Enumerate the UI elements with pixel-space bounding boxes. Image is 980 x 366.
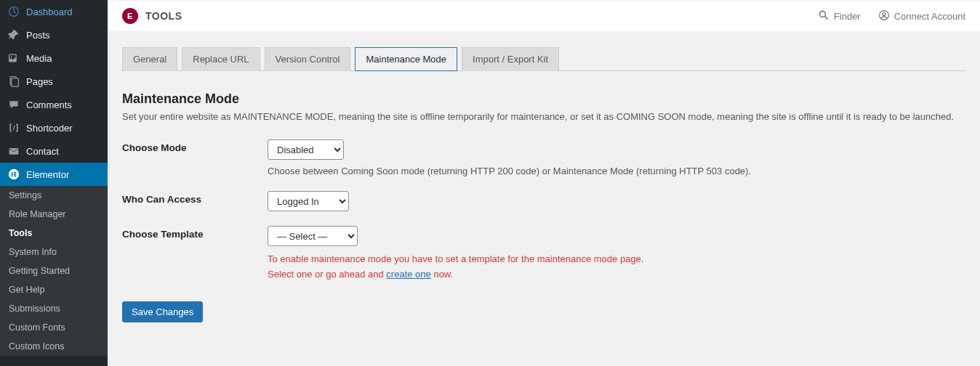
- tab-version-control[interactable]: Version Control: [265, 47, 351, 71]
- menu-posts[interactable]: Posts: [0, 23, 108, 46]
- content-area: General Replace URL Version Control Main…: [108, 32, 980, 337]
- submenu-custom-icons[interactable]: Custom Icons: [0, 337, 108, 356]
- search-icon: [818, 9, 830, 23]
- create-one-link[interactable]: create one: [386, 269, 430, 280]
- svg-rect-10: [14, 176, 16, 177]
- template-warning-line2: Select one or go ahead and create one no…: [268, 267, 965, 282]
- submenu-submissions[interactable]: Submissions: [0, 299, 108, 318]
- row-choose-mode: Choose Mode Disabled Choose between Comi…: [122, 129, 965, 181]
- select-access[interactable]: Logged In: [268, 191, 349, 211]
- topbar-title: E TOOLS: [122, 8, 182, 24]
- svg-point-2: [11, 56, 12, 57]
- menu-contact[interactable]: Contact: [0, 139, 108, 163]
- menu-label: Contact: [26, 146, 59, 157]
- label-choose-mode: Choose Mode: [122, 139, 268, 176]
- submenu-role-manager[interactable]: Role Manager: [0, 205, 108, 224]
- menu-dashboard[interactable]: Dashboard: [0, 0, 108, 23]
- comment-icon: [7, 98, 20, 111]
- shortcode-icon: [7, 121, 20, 134]
- submenu-custom-fonts[interactable]: Custom Fonts: [0, 318, 108, 337]
- connect-label: Connect Account: [894, 11, 965, 22]
- svg-point-11: [819, 11, 825, 17]
- main-content: E TOOLS Finder Connect Account General R…: [108, 0, 980, 366]
- submenu: Settings Role Manager Tools System Info …: [0, 186, 108, 356]
- row-who-access: Who Can Access Logged In: [122, 181, 965, 216]
- menu-label: Pages: [26, 76, 53, 87]
- media-icon: [7, 52, 20, 65]
- page-title: TOOLS: [145, 10, 182, 22]
- pages-icon: [7, 75, 20, 88]
- help-mode: Choose between Coming Soon mode (returni…: [268, 166, 965, 176]
- elementor-icon: [7, 168, 20, 181]
- sidebar: Dashboard Posts Media Pages Comments Sho…: [0, 0, 108, 366]
- tab-import-export[interactable]: Import / Export Kit: [462, 47, 559, 71]
- svg-rect-4: [12, 78, 19, 86]
- submenu-getting-started[interactable]: Getting Started: [0, 261, 108, 280]
- label-choose-template: Choose Template: [122, 226, 268, 282]
- save-button[interactable]: Save Changes: [122, 301, 203, 322]
- tabs: General Replace URL Version Control Main…: [122, 46, 965, 71]
- row-choose-template: Choose Template — Select — To enable mai…: [122, 216, 965, 287]
- menu-label: Elementor: [26, 169, 69, 180]
- template-warning: To enable maintenance mode you have to s…: [268, 252, 965, 282]
- elementor-logo-icon: E: [122, 8, 138, 24]
- menu-comments[interactable]: Comments: [0, 93, 108, 116]
- menu-media[interactable]: Media: [0, 46, 108, 70]
- user-circle-icon: [878, 9, 890, 23]
- svg-rect-9: [14, 174, 16, 175]
- menu-label: Media: [26, 53, 52, 64]
- submenu-tools[interactable]: Tools: [0, 224, 108, 243]
- mail-icon: [7, 145, 20, 158]
- menu-label: Dashboard: [26, 7, 73, 17]
- menu-label: Shortcoder: [26, 123, 73, 134]
- submenu-settings[interactable]: Settings: [0, 186, 108, 205]
- topbar-right: Finder Connect Account: [818, 9, 965, 23]
- menu-elementor[interactable]: Elementor: [0, 163, 108, 186]
- menu-pages[interactable]: Pages: [0, 70, 108, 93]
- finder-link[interactable]: Finder: [818, 9, 861, 23]
- pin-icon: [7, 28, 20, 41]
- topbar: E TOOLS Finder Connect Account: [108, 0, 980, 32]
- section-title: Maintenance Mode: [122, 92, 965, 107]
- select-template[interactable]: — Select —: [268, 226, 358, 246]
- label-who-access: Who Can Access: [122, 191, 268, 211]
- svg-point-13: [883, 12, 885, 15]
- menu-label: Posts: [26, 30, 50, 41]
- dashboard-icon: [7, 5, 20, 18]
- finder-label: Finder: [834, 11, 861, 22]
- menu-label: Comments: [26, 99, 72, 110]
- submenu-get-help[interactable]: Get Help: [0, 280, 108, 299]
- template-warning-line1: To enable maintenance mode you have to s…: [268, 252, 965, 267]
- svg-rect-7: [12, 172, 13, 176]
- connect-link[interactable]: Connect Account: [878, 9, 965, 23]
- section-desc: Set your entire website as MAINTENANCE M…: [122, 111, 965, 122]
- tab-general[interactable]: General: [122, 47, 177, 71]
- submenu-system-info[interactable]: System Info: [0, 243, 108, 261]
- tab-maintenance-mode[interactable]: Maintenance Mode: [355, 47, 457, 71]
- menu-shortcoder[interactable]: Shortcoder: [0, 116, 108, 139]
- svg-rect-8: [14, 172, 16, 174]
- select-mode[interactable]: Disabled: [268, 139, 344, 160]
- tab-replace-url[interactable]: Replace URL: [182, 47, 260, 71]
